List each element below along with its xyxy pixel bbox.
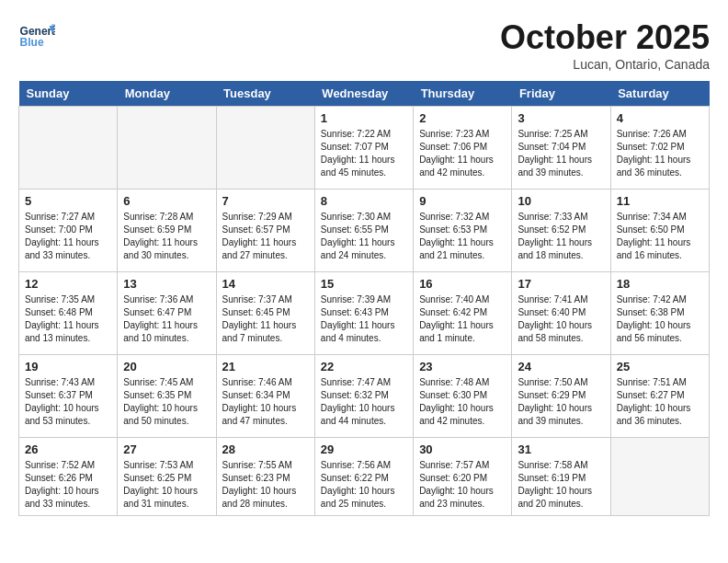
day-info: Sunrise: 7:46 AM Sunset: 6:34 PM Dayligh…: [222, 376, 309, 428]
header-day-sunday: Sunday: [19, 81, 118, 107]
header-day-saturday: Saturday: [610, 81, 709, 107]
day-info: Sunrise: 7:42 AM Sunset: 6:38 PM Dayligh…: [617, 293, 703, 345]
day-number: 2: [419, 111, 506, 125]
day-info: Sunrise: 7:48 AM Sunset: 6:30 PM Dayligh…: [419, 376, 506, 428]
header-day-friday: Friday: [512, 81, 610, 107]
calendar-cell: 22Sunrise: 7:47 AM Sunset: 6:32 PM Dayli…: [314, 355, 413, 438]
day-number: 28: [222, 442, 309, 456]
header-day-wednesday: Wednesday: [314, 81, 413, 107]
day-number: 21: [222, 360, 309, 373]
day-number: 20: [123, 360, 210, 373]
day-info: Sunrise: 7:30 AM Sunset: 6:55 PM Dayligh…: [321, 211, 407, 262]
title-area: October 2025 Lucan, Ontario, Canada: [500, 18, 710, 72]
day-info: Sunrise: 7:45 AM Sunset: 6:35 PM Dayligh…: [123, 376, 210, 428]
day-info: Sunrise: 7:25 AM Sunset: 7:04 PM Dayligh…: [518, 128, 604, 179]
day-number: 19: [25, 360, 111, 373]
svg-text:Blue: Blue: [20, 36, 44, 49]
day-number: 24: [518, 360, 604, 373]
day-number: 26: [25, 442, 111, 456]
calendar-cell: [118, 107, 216, 190]
day-info: Sunrise: 7:52 AM Sunset: 6:26 PM Dayligh…: [25, 459, 111, 511]
day-info: Sunrise: 7:23 AM Sunset: 7:06 PM Dayligh…: [419, 128, 506, 179]
day-number: 16: [419, 277, 506, 291]
day-info: Sunrise: 7:34 AM Sunset: 6:50 PM Dayligh…: [617, 211, 703, 262]
calendar-cell: 31Sunrise: 7:58 AM Sunset: 6:19 PM Dayli…: [512, 438, 610, 516]
page-header: General Blue October 2025 Lucan, Ontario…: [18, 18, 710, 72]
calendar-cell: 16Sunrise: 7:40 AM Sunset: 6:42 PM Dayli…: [414, 272, 512, 355]
calendar-cell: [19, 107, 118, 190]
header-day-monday: Monday: [118, 81, 216, 107]
week-row-4: 19Sunrise: 7:43 AM Sunset: 6:37 PM Dayli…: [19, 355, 710, 438]
calendar-cell: [610, 438, 709, 516]
day-info: Sunrise: 7:32 AM Sunset: 6:53 PM Dayligh…: [419, 211, 506, 262]
day-info: Sunrise: 7:41 AM Sunset: 6:40 PM Dayligh…: [518, 293, 604, 345]
day-info: Sunrise: 7:26 AM Sunset: 7:02 PM Dayligh…: [617, 128, 703, 179]
day-info: Sunrise: 7:27 AM Sunset: 7:00 PM Dayligh…: [25, 211, 111, 262]
calendar-cell: 24Sunrise: 7:50 AM Sunset: 6:29 PM Dayli…: [512, 355, 610, 438]
day-number: 1: [321, 111, 407, 125]
week-row-3: 12Sunrise: 7:35 AM Sunset: 6:48 PM Dayli…: [19, 272, 710, 355]
day-number: 15: [321, 277, 407, 291]
day-number: 5: [25, 194, 111, 208]
day-info: Sunrise: 7:39 AM Sunset: 6:43 PM Dayligh…: [321, 293, 407, 345]
day-number: 6: [123, 194, 210, 208]
day-number: 4: [617, 111, 703, 125]
day-info: Sunrise: 7:56 AM Sunset: 6:22 PM Dayligh…: [321, 459, 407, 511]
day-number: 30: [419, 442, 506, 456]
calendar-cell: 17Sunrise: 7:41 AM Sunset: 6:40 PM Dayli…: [512, 272, 610, 355]
calendar-cell: 11Sunrise: 7:34 AM Sunset: 6:50 PM Dayli…: [610, 190, 709, 272]
day-info: Sunrise: 7:36 AM Sunset: 6:47 PM Dayligh…: [123, 293, 210, 345]
calendar-cell: 7Sunrise: 7:29 AM Sunset: 6:57 PM Daylig…: [216, 190, 314, 272]
day-info: Sunrise: 7:47 AM Sunset: 6:32 PM Dayligh…: [321, 376, 407, 428]
calendar-cell: 19Sunrise: 7:43 AM Sunset: 6:37 PM Dayli…: [19, 355, 118, 438]
calendar-cell: 26Sunrise: 7:52 AM Sunset: 6:26 PM Dayli…: [19, 438, 118, 516]
week-row-2: 5Sunrise: 7:27 AM Sunset: 7:00 PM Daylig…: [19, 190, 710, 272]
day-info: Sunrise: 7:55 AM Sunset: 6:23 PM Dayligh…: [222, 459, 309, 511]
day-number: 31: [518, 442, 604, 456]
calendar-cell: 23Sunrise: 7:48 AM Sunset: 6:30 PM Dayli…: [414, 355, 512, 438]
header-day-tuesday: Tuesday: [216, 81, 314, 107]
day-info: Sunrise: 7:35 AM Sunset: 6:48 PM Dayligh…: [25, 293, 111, 345]
day-number: 7: [222, 194, 309, 208]
day-number: 3: [518, 111, 604, 125]
day-info: Sunrise: 7:53 AM Sunset: 6:25 PM Dayligh…: [123, 459, 210, 511]
day-number: 14: [222, 277, 309, 291]
day-number: 10: [518, 194, 604, 208]
day-number: 27: [123, 442, 210, 456]
logo-icon: General Blue: [18, 18, 55, 55]
day-info: Sunrise: 7:43 AM Sunset: 6:37 PM Dayligh…: [25, 376, 111, 428]
location: Lucan, Ontario, Canada: [500, 57, 710, 72]
week-row-1: 1Sunrise: 7:22 AM Sunset: 7:07 PM Daylig…: [19, 107, 710, 190]
day-number: 22: [321, 360, 407, 373]
day-number: 25: [617, 360, 703, 373]
calendar-cell: 20Sunrise: 7:45 AM Sunset: 6:35 PM Dayli…: [118, 355, 216, 438]
day-info: Sunrise: 7:37 AM Sunset: 6:45 PM Dayligh…: [222, 293, 309, 345]
day-info: Sunrise: 7:22 AM Sunset: 7:07 PM Dayligh…: [321, 128, 407, 179]
calendar-cell: 13Sunrise: 7:36 AM Sunset: 6:47 PM Dayli…: [118, 272, 216, 355]
calendar-cell: 15Sunrise: 7:39 AM Sunset: 6:43 PM Dayli…: [314, 272, 413, 355]
calendar-cell: 25Sunrise: 7:51 AM Sunset: 6:27 PM Dayli…: [610, 355, 709, 438]
header-row: SundayMondayTuesdayWednesdayThursdayFrid…: [19, 81, 710, 107]
day-info: Sunrise: 7:29 AM Sunset: 6:57 PM Dayligh…: [222, 211, 309, 262]
day-number: 12: [25, 277, 111, 291]
day-info: Sunrise: 7:51 AM Sunset: 6:27 PM Dayligh…: [617, 376, 703, 428]
day-info: Sunrise: 7:57 AM Sunset: 6:20 PM Dayligh…: [419, 459, 506, 511]
calendar-cell: 21Sunrise: 7:46 AM Sunset: 6:34 PM Dayli…: [216, 355, 314, 438]
calendar-cell: 18Sunrise: 7:42 AM Sunset: 6:38 PM Dayli…: [610, 272, 709, 355]
calendar-cell: 5Sunrise: 7:27 AM Sunset: 7:00 PM Daylig…: [19, 190, 118, 272]
day-info: Sunrise: 7:58 AM Sunset: 6:19 PM Dayligh…: [518, 459, 604, 511]
logo: General Blue: [18, 18, 55, 55]
calendar-cell: 3Sunrise: 7:25 AM Sunset: 7:04 PM Daylig…: [512, 107, 610, 190]
day-info: Sunrise: 7:40 AM Sunset: 6:42 PM Dayligh…: [419, 293, 506, 345]
week-row-5: 26Sunrise: 7:52 AM Sunset: 6:26 PM Dayli…: [19, 438, 710, 516]
calendar-cell: 6Sunrise: 7:28 AM Sunset: 6:59 PM Daylig…: [118, 190, 216, 272]
day-info: Sunrise: 7:28 AM Sunset: 6:59 PM Dayligh…: [123, 211, 210, 262]
calendar-cell: 30Sunrise: 7:57 AM Sunset: 6:20 PM Dayli…: [414, 438, 512, 516]
day-number: 18: [617, 277, 703, 291]
calendar-cell: 2Sunrise: 7:23 AM Sunset: 7:06 PM Daylig…: [414, 107, 512, 190]
calendar-table: SundayMondayTuesdayWednesdayThursdayFrid…: [18, 81, 710, 516]
day-number: 8: [321, 194, 407, 208]
day-number: 17: [518, 277, 604, 291]
calendar-cell: 9Sunrise: 7:32 AM Sunset: 6:53 PM Daylig…: [414, 190, 512, 272]
day-number: 13: [123, 277, 210, 291]
